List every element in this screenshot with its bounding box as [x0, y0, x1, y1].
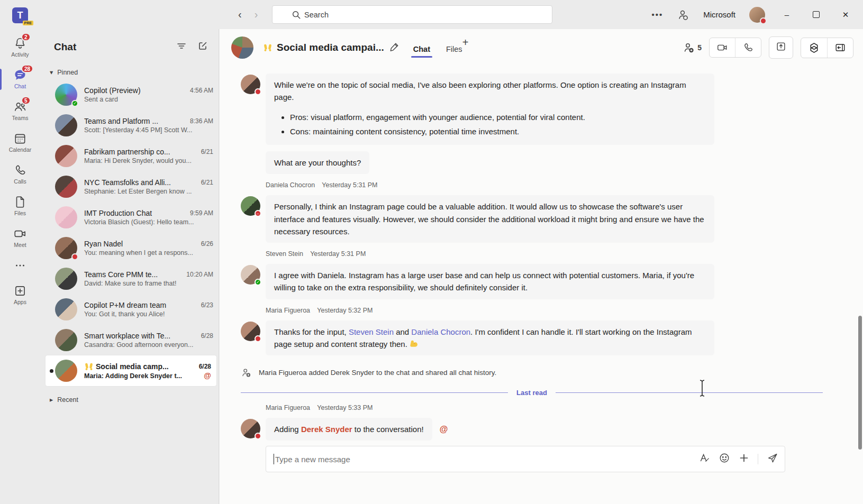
chat-list-item[interactable]: ✓ Copilot (Preview) 4:56 AM Sent a card — [40, 79, 219, 110]
chat-list-item[interactable]: Ryan Nadel 6/26 You: meaning when I get … — [40, 233, 219, 263]
chat-list-item[interactable]: Social media camp... 6/28 Maria: Adding … — [46, 355, 216, 386]
audio-call-button[interactable] — [735, 38, 761, 57]
chat-title: Social media campai... — [263, 42, 384, 53]
add-people-icon — [683, 41, 695, 54]
presence-badge: – — [255, 210, 261, 217]
open-pane-icon — [834, 42, 846, 53]
tab-files[interactable]: Files — [446, 45, 462, 66]
minimize-button[interactable]: – — [779, 10, 795, 19]
message-text: Adding Derek Snyder to the conversation! — [274, 423, 424, 435]
send-button[interactable] — [767, 452, 778, 466]
invite-people-icon[interactable] — [677, 8, 689, 21]
chat-list-item[interactable]: Copilot P+M dream team 6/23 You: Got it,… — [40, 294, 219, 325]
presence-badge: ✓ — [71, 100, 78, 107]
message-author: Maria Figueroa — [266, 307, 310, 314]
copilot-icon — [808, 42, 820, 54]
search-input[interactable]: Search — [272, 5, 552, 24]
filter-icon[interactable] — [176, 41, 187, 53]
rail-item-label: Apps — [14, 299, 26, 305]
message-bubble[interactable]: What are your thoughts? — [266, 151, 369, 174]
message-bullet-list: Pros: visual platform, engagement with y… — [290, 111, 706, 138]
emoji-button[interactable] — [719, 452, 730, 466]
message-text: What are your thoughts? — [274, 157, 361, 169]
phone-call-icon — [742, 42, 754, 53]
user-avatar[interactable] — [749, 7, 765, 23]
chat-list-item[interactable]: Smart workplace with Te... 6/28 Casandra… — [40, 325, 219, 355]
more-options-icon[interactable]: ••• — [651, 10, 663, 19]
rail-item-meet[interactable]: Meet — [0, 223, 40, 253]
rail-item-more[interactable] — [0, 255, 40, 278]
send-icon — [767, 452, 778, 464]
tab-chat[interactable]: Chat — [413, 45, 430, 66]
rail-item-teams[interactable]: Teams 5 — [0, 96, 40, 126]
back-button[interactable]: ‹ — [238, 7, 242, 21]
bullet-item: Cons: maintaining content consistency, p… — [290, 125, 706, 138]
rail-item-label: Files — [14, 210, 26, 216]
mention-link[interactable]: Steven Stein — [349, 327, 394, 336]
open-in-window-button[interactable] — [769, 36, 793, 59]
message-compose-box[interactable] — [266, 446, 785, 472]
chat-item-time: 4:56 AM — [190, 87, 213, 94]
maximize-button[interactable] — [813, 11, 820, 18]
rail-item-label: Calendar — [9, 146, 32, 153]
rail-item-chat[interactable]: Chat 28 — [0, 65, 40, 94]
message-input[interactable] — [275, 455, 698, 464]
pinned-section-header[interactable]: ▾ Pinned — [40, 59, 219, 79]
group-avatar[interactable] — [231, 36, 253, 59]
chevron-down-icon: ▾ — [50, 68, 53, 76]
unread-dot — [50, 369, 53, 373]
message-bubble[interactable]: Thanks for the input, Steven Stein and D… — [266, 320, 714, 356]
rail-item-apps[interactable]: Apps — [0, 280, 40, 310]
rail-item-files[interactable]: Files — [0, 191, 40, 221]
chat-item-time: 8:36 AM — [190, 117, 213, 125]
attach-more-button[interactable] — [739, 453, 749, 465]
format-button[interactable] — [698, 452, 710, 466]
participants-button[interactable]: 5 — [683, 41, 702, 54]
chat-item-preview: You: meaning when I get a respons... — [84, 249, 213, 256]
phone-icon — [13, 163, 27, 177]
presence-badge: ✓ — [255, 279, 261, 286]
chat-item-preview: Sent a card — [84, 96, 213, 103]
new-chat-icon[interactable] — [197, 41, 208, 53]
file-icon — [13, 195, 27, 209]
rail-item-calls[interactable]: Calls — [0, 160, 40, 189]
chat-list-item[interactable]: IMT Production Chat 9:59 AM Victoria Bla… — [40, 202, 219, 233]
muscle-emoji-icon — [410, 340, 419, 349]
message-meta: Steven Stein Yesterday 5:31 PM — [266, 250, 823, 258]
chat-list-item[interactable]: NYC Teamsfolks and Alli... 6/21 Stephani… — [40, 171, 219, 202]
add-tab-button[interactable]: + — [462, 36, 469, 59]
chat-item-name: Smart workplace with Te... — [84, 332, 197, 340]
message-avatar — [241, 322, 260, 341]
forward-button[interactable]: › — [255, 7, 258, 21]
open-side-pane-button[interactable] — [827, 38, 853, 58]
close-button[interactable]: ✕ — [838, 10, 853, 20]
mention-link[interactable]: Derek Snyder — [301, 425, 352, 434]
message-bubble[interactable]: Personally, I think an Instagram page co… — [266, 195, 714, 243]
video-call-button[interactable] — [710, 38, 735, 57]
message-timestamp: Yesterday 5:32 PM — [317, 307, 373, 314]
rename-chat-icon[interactable] — [389, 42, 399, 54]
chat-list-item[interactable]: Fabrikam partnership co... 6/21 Maria: H… — [40, 141, 219, 171]
chat-list-item[interactable]: Teams and Platform ... 8:36 AM Scott: [Y… — [40, 110, 219, 141]
chat-list-item[interactable]: Teams Core PMM te... 10:20 AM David: Mak… — [40, 263, 219, 294]
chat-item-time: 6/28 — [201, 332, 213, 340]
message-bubble[interactable]: While we're on the topic of social media… — [266, 74, 714, 145]
scrollbar-thumb[interactable] — [858, 316, 862, 450]
chat-avatar — [55, 145, 77, 167]
recent-label: Recent — [57, 396, 78, 404]
chat-item-preview: Casandra: Good afternoon everyon... — [84, 341, 213, 349]
rail-item-calendar[interactable]: Calendar — [0, 128, 40, 158]
message-text: While we're on the topic of social media… — [274, 79, 706, 104]
notification-badge: 5 — [21, 96, 31, 105]
rail-item-activity[interactable]: Activity 2 — [0, 33, 40, 62]
hands-emoji-icon — [84, 362, 94, 371]
recent-section-header[interactable]: ▸ Recent — [40, 386, 219, 407]
message-bubble[interactable]: I agree with Daniela. Instagram has a la… — [266, 264, 714, 299]
copilot-button[interactable] — [801, 38, 827, 58]
mention-link[interactable]: Daniela Chocron — [411, 327, 470, 336]
video-call-icon — [716, 42, 728, 53]
chat-item-name: Ryan Nadel — [84, 240, 197, 248]
conversation-pane: Social media campai... ChatFiles + 5 — [220, 29, 863, 504]
chat-item-preview: Victoria Blasich (Guest): Hello team... — [84, 218, 213, 226]
message-bubble[interactable]: Adding Derek Snyder to the conversation! — [266, 418, 432, 441]
